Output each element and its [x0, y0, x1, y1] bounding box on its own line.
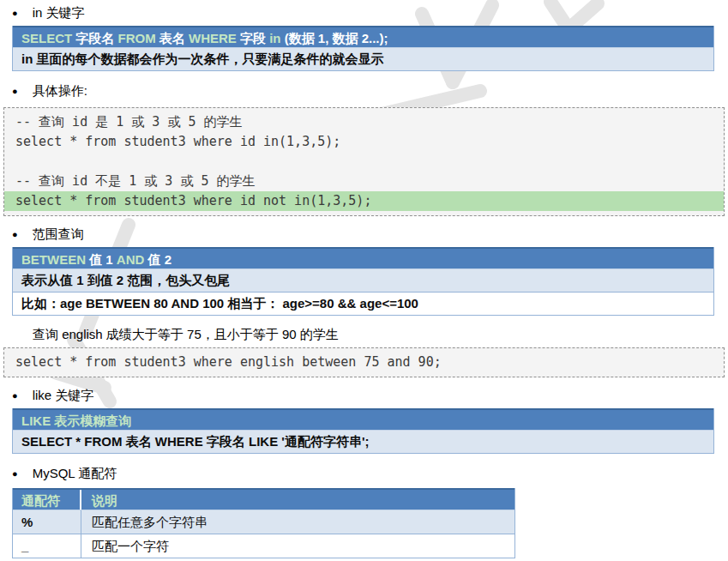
- in-description-row: in 里面的每个数据都会作为一次条件，只要满足条件的就会显示: [13, 47, 713, 70]
- between-description-row: 表示从值 1 到值 2 范围，包头又包尾: [13, 268, 713, 292]
- table-row-underscore: _ 匹配一个字符: [13, 534, 514, 558]
- sql-operand: 值 1: [89, 252, 117, 267]
- bullet-item-in-keyword: ● in 关键字: [12, 2, 728, 24]
- code-block-between-example: select * from student3 where english bet…: [3, 347, 725, 377]
- wildcard-col-header: 通配符: [13, 490, 81, 510]
- sql-operand: 字段名: [75, 31, 117, 45]
- bullet-icon: ●: [12, 388, 18, 403]
- bullet-icon: ●: [12, 83, 18, 99]
- sql-operand: 值 2: [148, 252, 172, 267]
- bullet-icon: ●: [12, 5, 18, 21]
- sql-keyword: WHERE: [189, 31, 240, 45]
- bullet-label-mysql-wildcard: MySQL 通配符: [33, 466, 117, 481]
- bullet-label-in-keyword: in 关键字: [33, 5, 85, 21]
- between-syntax-table: BETWEEN 值 1 AND 值 2 表示从值 1 到值 2 范围，包头又包尾…: [12, 247, 714, 316]
- like-syntax-table: LIKE 表示模糊查询 SELECT * FROM 表名 WHERE 字段名 L…: [12, 408, 714, 454]
- sql-operand: 字段: [240, 31, 269, 45]
- sql-operand: (数据 1, 数据 2...);: [285, 31, 388, 45]
- between-syntax-header: BETWEEN 值 1 AND 值 2: [13, 247, 713, 268]
- like-syntax-row: SELECT * FROM 表名 WHERE 字段名 LIKE '通配符字符串'…: [13, 430, 713, 453]
- wildcard-description: 匹配任意多个字符串: [81, 510, 514, 534]
- bullet-label-range-query: 范围查询: [33, 226, 84, 242]
- english-range-note: 查询 english 成绩大于等于 75，且小于等于 90 的学生: [33, 327, 728, 342]
- description-col-header: 说明: [81, 490, 514, 510]
- code-blank-line: [4, 152, 724, 172]
- in-syntax-header: SELECT 字段名 FROM 表名 WHERE 字段 in (数据 1, 数据…: [13, 26, 713, 47]
- sql-keyword: FROM: [118, 31, 159, 45]
- bullet-icon: ●: [12, 226, 18, 242]
- code-comment-line: -- 查询 id 是 1 或 3 或 5 的学生: [4, 112, 724, 132]
- code-comment-line: -- 查询 id 不是 1 或 3 或 5 的学生: [4, 172, 724, 191]
- code-sql-line: select * from student3 where english bet…: [4, 353, 724, 372]
- code-sql-line-highlighted: select * from student3 where id not in(1…: [4, 191, 724, 211]
- bullet-item-mysql-wildcard: ● MySQL 通配符: [12, 462, 728, 485]
- document-page: ● in 关键字 SELECT 字段名 FROM 表名 WHERE 字段 in …: [0, 0, 728, 561]
- sql-keyword: SELECT: [21, 31, 75, 45]
- wildcard-description: 匹配一个字符: [81, 534, 514, 558]
- page-content: ● in 关键字 SELECT 字段名 FROM 表名 WHERE 字段 in …: [0, 2, 728, 561]
- sql-keyword: in: [269, 31, 285, 45]
- sql-keyword: AND: [117, 252, 148, 267]
- bullet-item-range-query: ● 范围查询: [12, 223, 728, 245]
- sql-operand: 表名: [159, 31, 189, 45]
- wildcard-table-header: 通配符 说明: [13, 488, 514, 510]
- table-row-percent: % 匹配任意多个字符串: [13, 510, 514, 534]
- sql-keyword: LIKE 表示模糊查询: [21, 413, 131, 428]
- code-sql-line: select * from student3 where id in(1,3,5…: [4, 132, 724, 152]
- wildcard-table: 通配符 说明 % 匹配任意多个字符串 _ 匹配一个字符: [12, 488, 515, 558]
- sql-keyword: BETWEEN: [21, 252, 89, 267]
- bullet-label-like-keyword: like 关键字: [33, 388, 94, 403]
- wildcard-symbol: _: [13, 534, 81, 558]
- bullet-label-operations: 具体操作:: [33, 83, 87, 99]
- like-syntax-header: LIKE 表示模糊查询: [13, 408, 713, 430]
- code-block-in-examples: -- 查询 id 是 1 或 3 或 5 的学生 select * from s…: [3, 107, 725, 216]
- wildcard-symbol: %: [13, 510, 81, 534]
- in-syntax-table: SELECT 字段名 FROM 表名 WHERE 字段 in (数据 1, 数据…: [12, 26, 714, 71]
- bullet-item-like-keyword: ● like 关键字: [12, 384, 728, 407]
- bullet-icon: ●: [12, 466, 18, 481]
- bullet-item-operations: ● 具体操作:: [12, 80, 728, 102]
- between-example-row: 比如：age BETWEEN 80 AND 100 相当于： age>=80 &…: [13, 292, 713, 315]
